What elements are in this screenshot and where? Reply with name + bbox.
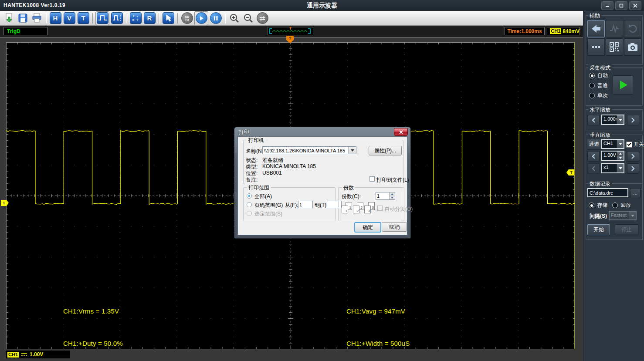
probe-increase-button[interactable] bbox=[627, 163, 639, 174]
math-button[interactable]: + - × ÷ bbox=[129, 12, 142, 25]
horizontal-menu-button[interactable]: H bbox=[49, 12, 62, 25]
waveform-tool-button[interactable] bbox=[606, 20, 623, 37]
radio-checked[interactable] bbox=[589, 202, 594, 208]
close-button[interactable] bbox=[629, 1, 641, 10]
range-all-radio[interactable] bbox=[247, 193, 252, 199]
copies-group-label: 份数 bbox=[342, 184, 355, 192]
spin-down-icon[interactable] bbox=[390, 196, 395, 200]
ok-button[interactable]: 确定 bbox=[354, 222, 381, 233]
record-store-option[interactable]: 存储 bbox=[589, 202, 607, 209]
copies-spinner[interactable] bbox=[376, 192, 395, 200]
acq-single-option[interactable]: 单次 bbox=[589, 92, 608, 99]
run-button[interactable] bbox=[194, 11, 208, 25]
radio-unchecked[interactable] bbox=[589, 83, 595, 88]
volts-decrease-button[interactable] bbox=[587, 151, 600, 162]
dialog-title: 打印 bbox=[239, 128, 249, 136]
print-to-file-checkbox[interactable] bbox=[369, 176, 375, 182]
probe-select[interactable]: x1 bbox=[601, 163, 624, 173]
dropdown-button[interactable] bbox=[348, 147, 356, 154]
copies-input[interactable] bbox=[376, 192, 389, 199]
collate-checkbox[interactable] bbox=[377, 206, 383, 211]
chevron-down-icon bbox=[351, 149, 354, 152]
waveform-display-button[interactable] bbox=[95, 11, 109, 25]
chevron-left-icon bbox=[591, 165, 596, 172]
open-file-button[interactable] bbox=[2, 12, 15, 25]
save-icon bbox=[17, 13, 28, 24]
timebase-decrease-button[interactable] bbox=[587, 115, 600, 125]
browse-button[interactable]: ... bbox=[630, 188, 641, 198]
cursor-measure-button[interactable] bbox=[162, 12, 175, 25]
zoom-out-button[interactable] bbox=[242, 12, 255, 25]
screenshot-button[interactable] bbox=[624, 38, 641, 56]
save-button[interactable] bbox=[16, 12, 29, 25]
radio-unchecked[interactable] bbox=[589, 93, 595, 98]
radio-checked[interactable] bbox=[589, 73, 595, 78]
dialog-close-button[interactable] bbox=[394, 128, 408, 136]
volts-spinner[interactable]: 1.00V bbox=[601, 151, 624, 161]
dropdown-button[interactable] bbox=[617, 115, 624, 124]
autoset-button[interactable]: AU TO bbox=[180, 12, 193, 25]
record-path-input[interactable] bbox=[587, 188, 628, 197]
trigger-channel-badge: CH1 bbox=[550, 28, 561, 34]
close-icon bbox=[633, 3, 637, 8]
probe-value: x1 bbox=[602, 164, 617, 172]
acq-auto-option[interactable]: 自动 bbox=[589, 72, 608, 79]
spin-up-icon[interactable] bbox=[617, 152, 624, 156]
spinner-buttons[interactable] bbox=[389, 192, 395, 199]
from-page-input[interactable] bbox=[298, 201, 313, 208]
zoom-in-button[interactable] bbox=[228, 12, 241, 25]
playback-label: 回放 bbox=[620, 202, 631, 209]
waveform-preview[interactable]: T bbox=[268, 27, 313, 35]
square-wave-ruler-icon bbox=[111, 12, 123, 24]
channel-badge[interactable]: CH1 bbox=[7, 352, 19, 358]
range-selection-radio[interactable] bbox=[247, 211, 252, 216]
vertical-menu-button[interactable]: V bbox=[63, 12, 76, 25]
channel-button[interactable]: 通道 bbox=[587, 139, 601, 150]
cancel-button[interactable]: 取消 bbox=[382, 222, 407, 232]
spinner-buttons[interactable] bbox=[617, 152, 624, 160]
channel-switch[interactable]: 开关 bbox=[626, 141, 644, 148]
pause-button[interactable] bbox=[209, 12, 222, 25]
refresh-button[interactable] bbox=[256, 12, 269, 25]
titlebar: HANTEK1008 Ver1.0.19 通用示波器 bbox=[0, 0, 644, 11]
range-pages-label: 页码范围(G) bbox=[254, 202, 283, 209]
radio-unchecked[interactable] bbox=[612, 202, 618, 208]
reference-wave-button[interactable]: R bbox=[143, 12, 156, 25]
acquisition-run-button[interactable] bbox=[613, 75, 633, 94]
chevron-down-icon bbox=[619, 119, 622, 121]
spin-down-icon[interactable] bbox=[617, 156, 624, 161]
record-start-button[interactable]: 开始 bbox=[587, 224, 610, 235]
dropdown-button[interactable] bbox=[617, 140, 624, 148]
trigger-menu-button[interactable]: T bbox=[77, 12, 90, 25]
measurement-line: CH1:Vrms = 1.35V bbox=[63, 306, 129, 317]
minimize-button[interactable] bbox=[601, 1, 613, 10]
toolbar-separator bbox=[177, 13, 178, 24]
checkbox-checked[interactable] bbox=[626, 142, 632, 148]
channel-select[interactable]: CH1 bbox=[601, 139, 624, 149]
waveform-measure-button[interactable] bbox=[110, 12, 123, 25]
probe-decrease-button[interactable] bbox=[587, 163, 600, 174]
maximize-button[interactable] bbox=[615, 1, 627, 10]
printer-name-select[interactable]: \\192.168.1.26\KONICA MINOLTA 185 bbox=[262, 146, 356, 154]
undo-button[interactable] bbox=[624, 20, 641, 37]
timebase-increase-button[interactable] bbox=[627, 115, 639, 125]
range-pages-radio[interactable] bbox=[247, 202, 252, 207]
more-options-button[interactable] bbox=[587, 38, 605, 56]
acq-normal-option[interactable]: 普通 bbox=[589, 82, 608, 89]
volts-increase-button[interactable] bbox=[627, 151, 639, 162]
open-file-icon bbox=[3, 13, 14, 24]
ellipsis-icon: ... bbox=[633, 190, 637, 196]
record-playback-option[interactable]: 回放 bbox=[612, 202, 631, 209]
vertical-group-label: 垂直缩放 bbox=[588, 132, 612, 139]
interval-select[interactable]: Fastest bbox=[609, 211, 637, 220]
properties-button[interactable]: 属性(P)... bbox=[369, 146, 402, 155]
dropdown-button[interactable] bbox=[617, 164, 624, 172]
volts-value: 1.00V bbox=[602, 152, 617, 160]
back-button[interactable] bbox=[587, 20, 605, 37]
record-stop-button[interactable]: 停止 bbox=[615, 224, 638, 235]
spin-up-icon[interactable] bbox=[390, 192, 395, 196]
undo-icon bbox=[627, 23, 638, 34]
timebase-select[interactable]: 1.000ms bbox=[601, 115, 624, 125]
print-button[interactable] bbox=[30, 12, 43, 25]
qr-code-button[interactable] bbox=[606, 38, 623, 56]
